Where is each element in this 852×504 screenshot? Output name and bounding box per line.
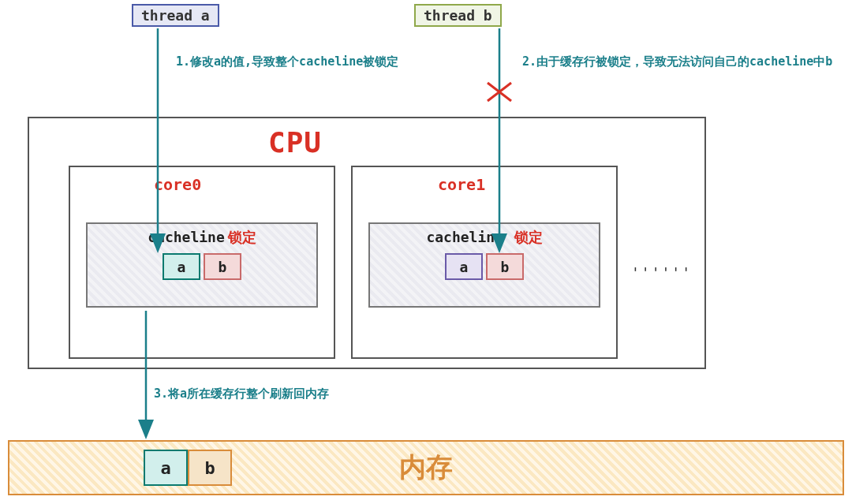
thread-b-box: thread b [414, 4, 502, 27]
memory-cell-a: a [144, 450, 188, 486]
core0-cacheline-label: cacheline [148, 229, 225, 245]
core1-cell-b: b [486, 253, 524, 280]
memory-cell-a-label: a [160, 458, 170, 478]
annotation-step1: 1.修改a的值,导致整个cacheline被锁定 [176, 54, 398, 69]
memory-cell-b: b [188, 450, 232, 486]
annotation-step3: 3.将a所在缓存行整个刷新回内存 [154, 386, 329, 401]
core1-cell-row: a b [370, 253, 599, 280]
thread-a-label: thread a [141, 7, 210, 24]
core0-lock-label: 锁定 [228, 229, 256, 245]
memory-cell-row: a b [144, 450, 232, 486]
core1-cacheline-box: cacheline 锁定 a b [368, 222, 600, 308]
thread-a-box: thread a [132, 4, 219, 27]
core1-lock-label: 锁定 [514, 229, 543, 245]
cpu-ellipsis: '''''' [631, 264, 692, 281]
memory-label: 内存 [399, 450, 453, 486]
core1-cell-a-label: a [460, 259, 469, 275]
core1-label: core1 [438, 175, 485, 194]
cpu-label: CPU [268, 126, 322, 159]
memory-cell-b-label: b [204, 458, 215, 478]
annotation-step2: 2.由于缓存行被锁定，导致无法访问自己的cacheline中b [522, 54, 832, 69]
core0-cell-a: a [163, 253, 200, 280]
core1-cell-b-label: b [501, 259, 510, 275]
memory-box: a b 内存 [8, 440, 844, 495]
core0-cell-row: a b [88, 253, 316, 280]
thread-b-label: thread b [424, 7, 492, 24]
core1-cell-a: a [445, 253, 483, 280]
core0-cell-b: b [204, 253, 241, 280]
core0-cell-a-label: a [178, 259, 186, 275]
core0-label: core0 [154, 175, 201, 194]
core1-cacheline-label: cacheline [426, 229, 503, 245]
svg-line-2 [488, 83, 511, 101]
core0-cell-b-label: b [219, 259, 227, 275]
svg-line-1 [488, 83, 511, 101]
core0-cacheline-box: cacheline锁定 a b [86, 222, 318, 308]
cross-icon [488, 83, 511, 101]
